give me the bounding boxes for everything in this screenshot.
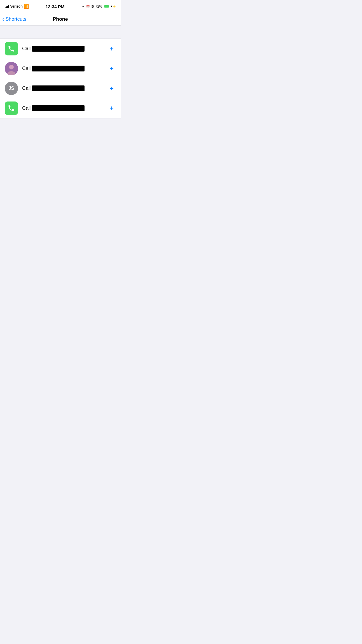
navigation-bar: ‹ Shortcuts Phone (0, 13, 121, 26)
add-shortcut-button[interactable]: + (107, 84, 116, 93)
list-item: Call + (0, 98, 121, 118)
signal-bars-icon (5, 5, 9, 8)
battery-percent: 72% (95, 4, 102, 8)
add-shortcut-button[interactable]: + (107, 104, 116, 113)
shortcuts-list: Call + Call + JS Call + (0, 38, 121, 118)
item-redacted-name (32, 66, 85, 71)
item-call-label: Call (22, 66, 32, 71)
item-call-label: Call (22, 105, 32, 111)
item-content: Call (22, 105, 107, 111)
item-redacted-name (32, 105, 85, 111)
item-redacted-name (32, 85, 85, 91)
bluetooth-icon: B (92, 5, 94, 8)
add-shortcut-button[interactable]: + (107, 64, 116, 73)
item-call-label: Call (22, 46, 32, 51)
contact-avatar (5, 62, 18, 75)
signal-bar-3 (7, 6, 8, 8)
phone-icon (8, 104, 15, 112)
page-title: Phone (53, 16, 68, 22)
back-chevron-icon: ‹ (2, 16, 4, 22)
back-button[interactable]: ‹ Shortcuts (2, 16, 26, 22)
contact-initials-avatar: JS (5, 82, 18, 95)
item-content: Call (22, 85, 107, 92)
phone-app-icon (5, 102, 18, 115)
charging-icon: ⚡ (113, 5, 116, 8)
alarm-icon: ⏰ (86, 5, 90, 8)
avatar-svg (5, 62, 18, 75)
wifi-icon: 📶 (24, 4, 29, 9)
contact-photo (5, 62, 18, 75)
item-content: Call (22, 66, 107, 72)
phone-app-icon (5, 42, 18, 55)
svg-point-1 (9, 65, 14, 69)
item-call-label: Call (22, 85, 32, 91)
add-shortcut-button[interactable]: + (107, 44, 116, 53)
battery-icon (104, 5, 111, 8)
item-redacted-name (32, 46, 85, 52)
location-icon: → (81, 5, 85, 8)
status-bar: Verizon 📶 12:34 PM → ⏰ B 72% ⚡ (0, 0, 121, 13)
status-left: Verizon 📶 (5, 4, 29, 9)
top-spacer (0, 26, 121, 38)
item-content: Call (22, 46, 107, 52)
list-item: Call + (0, 39, 121, 59)
status-right: → ⏰ B 72% ⚡ (81, 4, 116, 8)
back-label: Shortcuts (6, 16, 27, 22)
list-item: Call + (0, 59, 121, 78)
battery-fill (104, 5, 109, 8)
carrier-name: Verizon (10, 4, 23, 8)
phone-icon (8, 45, 15, 52)
signal-bar-4 (8, 5, 9, 8)
initials-text: JS (8, 86, 14, 91)
list-item: JS Call + (0, 78, 121, 98)
signal-bar-1 (5, 7, 6, 8)
bottom-empty-area (0, 118, 121, 264)
status-time: 12:34 PM (45, 4, 64, 9)
signal-bar-2 (6, 6, 7, 8)
